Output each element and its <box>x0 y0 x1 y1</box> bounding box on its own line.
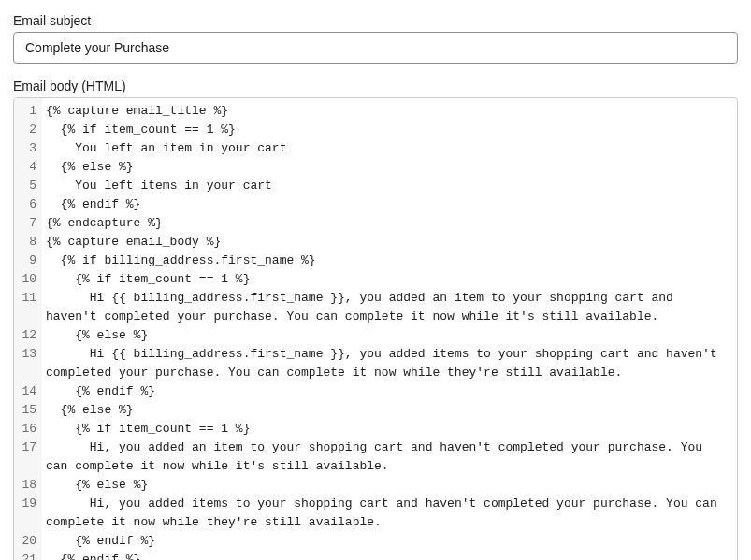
code-line[interactable]: Hi {{ billing_address.first_name }}, you… <box>46 345 731 382</box>
email-subject-input[interactable] <box>13 32 738 64</box>
line-number: 20 <box>18 532 36 551</box>
code-line[interactable]: Hi {{ billing_address.first_name }}, you… <box>46 289 731 326</box>
line-number: 1 <box>18 102 36 121</box>
line-number: 14 <box>18 382 36 401</box>
code-line[interactable]: {% capture email_body %} <box>46 233 731 251</box>
code-line[interactable]: {% else %} <box>46 326 731 345</box>
line-number: 4 <box>18 158 36 177</box>
code-line[interactable]: {% endif %} <box>46 551 731 560</box>
line-number: 2 <box>18 121 36 139</box>
code-line[interactable]: {% capture email_title %} <box>46 102 731 121</box>
code-content[interactable]: {% capture email_title %} {% if item_cou… <box>42 98 737 560</box>
line-number: 10 <box>18 270 36 289</box>
line-number: 5 <box>18 177 36 195</box>
email-body-editor[interactable]: 123456789101112131415161718192021 {% cap… <box>13 97 738 560</box>
code-line[interactable]: {% if item_count == 1 %} <box>46 121 731 139</box>
code-line[interactable]: {% endif %} <box>46 382 731 401</box>
email-body-label: Email body (HTML) <box>13 79 738 93</box>
code-line[interactable]: {% else %} <box>46 401 731 420</box>
code-line[interactable]: {% else %} <box>46 158 731 177</box>
line-number: 9 <box>18 251 36 270</box>
line-number: 8 <box>18 233 36 251</box>
code-line[interactable]: {% endcapture %} <box>46 214 731 233</box>
code-line[interactable]: You left an item in your cart <box>46 139 731 158</box>
code-line[interactable]: {% if billing_address.first_name %} <box>46 251 731 270</box>
line-number: 15 <box>18 401 36 420</box>
email-subject-field: Email subject <box>13 13 738 64</box>
code-line[interactable]: {% endif %} <box>46 195 731 214</box>
email-body-field: Email body (HTML) 1234567891011121314151… <box>13 79 738 560</box>
line-number: 7 <box>18 214 36 233</box>
line-number: 16 <box>18 420 36 438</box>
line-number: 18 <box>18 476 36 495</box>
line-number: 17 <box>18 438 36 476</box>
line-number: 6 <box>18 195 36 214</box>
line-number: 11 <box>18 289 36 326</box>
line-number-gutter: 123456789101112131415161718192021 <box>14 98 42 560</box>
line-number: 13 <box>18 345 36 382</box>
code-line[interactable]: {% endif %} <box>46 532 731 551</box>
code-line[interactable]: Hi, you added an item to your shopping c… <box>46 438 731 476</box>
code-line[interactable]: {% if item_count == 1 %} <box>46 270 731 289</box>
line-number: 19 <box>18 495 36 532</box>
code-line[interactable]: {% if item_count == 1 %} <box>46 420 731 438</box>
line-number: 21 <box>18 551 36 560</box>
code-line[interactable]: {% else %} <box>46 476 731 495</box>
line-number: 12 <box>18 326 36 345</box>
line-number: 3 <box>18 139 36 158</box>
email-subject-label: Email subject <box>13 13 738 28</box>
code-line[interactable]: You left items in your cart <box>46 177 731 195</box>
code-line[interactable]: Hi, you added items to your shopping car… <box>46 495 731 532</box>
